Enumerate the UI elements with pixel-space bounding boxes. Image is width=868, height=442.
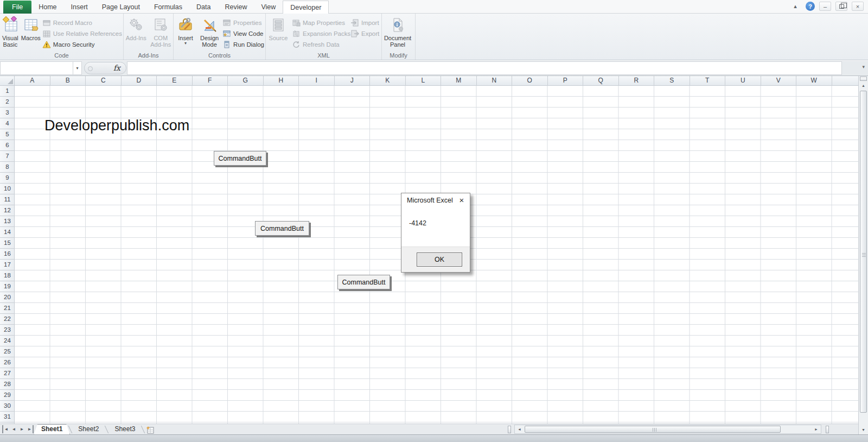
column-header-B[interactable]: B [50,76,86,86]
column-header-G[interactable]: G [228,76,264,86]
sheet-tab-sheet2[interactable]: Sheet2 [71,424,106,435]
tab-formulas[interactable]: Formulas [147,1,189,14]
insert-control-button[interactable]: Insert ▾ [174,15,197,45]
name-box-dropdown-icon[interactable]: ▾ [73,61,82,75]
horizontal-scrollbar[interactable]: ◄ ► [514,425,821,434]
row-header-13[interactable]: 13 [0,216,15,227]
document-panel-button[interactable]: Document Panel [382,15,413,48]
row-header-20[interactable]: 20 [0,292,15,303]
row-header-25[interactable]: 25 [0,346,15,357]
column-header-K[interactable]: K [370,76,406,86]
formula-bar-expand-icon[interactable]: ▾ [862,64,865,70]
row-header-29[interactable]: 29 [0,390,15,401]
row-header-9[interactable]: 9 [0,173,15,184]
tab-page-layout[interactable]: Page Layout [95,1,147,14]
column-header-W[interactable]: W [796,76,832,86]
dialog-ok-button[interactable]: OK [417,252,462,267]
row-header-4[interactable]: 4 [0,118,15,129]
command-button-1[interactable]: CommandButt [214,151,266,166]
com-addins-button[interactable]: COM Add-Ins [149,15,173,48]
column-header-T[interactable]: T [690,76,726,86]
row-header-22[interactable]: 22 [0,314,15,325]
tab-insert[interactable]: Insert [64,1,95,14]
column-header-U[interactable]: U [725,76,761,86]
column-header-P[interactable]: P [548,76,584,86]
column-header-C[interactable]: C [86,76,122,86]
column-header-D[interactable]: D [122,76,157,86]
previous-sheet-icon[interactable]: ◄ [10,425,17,433]
next-sheet-icon[interactable]: ► [18,425,25,433]
column-header-R[interactable]: R [619,76,655,86]
refresh-data-button[interactable]: Refresh Data [292,40,348,49]
row-header-30[interactable]: 30 [0,401,15,412]
horizontal-scroll-thumb[interactable] [525,426,781,433]
row-header-8[interactable]: 8 [0,162,15,173]
restore-button[interactable] [835,2,847,11]
row-header-10[interactable]: 10 [0,184,15,194]
view-code-button[interactable]: View Code [222,29,264,39]
row-header-18[interactable]: 18 [0,270,15,281]
sheet-tab-sheet3[interactable]: Sheet3 [107,424,143,435]
import-button[interactable]: Import [350,18,379,28]
help-icon[interactable]: ? [806,2,815,11]
column-header-V[interactable]: V [761,76,797,86]
row-header-26[interactable]: 26 [0,357,15,368]
row-header-11[interactable]: 11 [0,194,15,205]
export-button[interactable]: Export [350,29,379,39]
minimize-button[interactable]: – [819,2,831,11]
row-header-2[interactable]: 2 [0,97,15,108]
insert-worksheet-button[interactable] [143,424,157,435]
tab-data[interactable]: Data [189,1,218,14]
vertical-split-handle[interactable] [860,77,867,81]
row-header-3[interactable]: 3 [0,108,15,118]
row-header-27[interactable]: 27 [0,368,15,379]
column-header-M[interactable]: M [441,76,477,86]
tab-home[interactable]: Home [31,1,63,14]
horizontal-split-handle[interactable] [826,426,829,433]
command-button-2[interactable]: CommandButt [255,221,309,236]
last-sheet-icon[interactable]: ► [27,425,34,433]
formula-input[interactable] [127,61,842,75]
row-header-16[interactable]: 16 [0,249,15,260]
scroll-down-icon[interactable]: ▼ [859,426,867,434]
tab-scrollbar-split-handle[interactable] [508,426,511,433]
column-header-I[interactable]: I [299,76,335,86]
scroll-left-icon[interactable]: ◄ [515,426,524,433]
scroll-up-icon[interactable]: ▲ [859,81,867,90]
column-header-S[interactable]: S [654,76,690,86]
row-header-14[interactable]: 14 [0,227,15,238]
tab-review[interactable]: Review [218,1,254,14]
map-properties-button[interactable]: Map Properties [292,18,348,28]
row-header-6[interactable]: 6 [0,140,15,151]
record-macro-button[interactable]: Record Macro [42,18,122,28]
first-sheet-icon[interactable]: ◄ [2,425,9,433]
use-relative-references-button[interactable]: Use Relative References [42,29,122,39]
select-all-corner[interactable] [0,76,15,86]
insert-function-area[interactable]: fx [84,62,126,74]
dialog-close-icon[interactable]: × [456,194,468,205]
fx-icon[interactable]: fx [113,64,120,72]
row-header-21[interactable]: 21 [0,303,15,314]
row-header-19[interactable]: 19 [0,281,15,292]
insert-dropdown-icon[interactable]: ▾ [184,41,187,45]
row-header-24[interactable]: 24 [0,336,15,346]
row-header-1[interactable]: 1 [0,86,15,97]
row-header-17[interactable]: 17 [0,260,15,270]
row-header-28[interactable]: 28 [0,379,15,390]
visual-basic-button[interactable]: Visual Basic [1,15,20,48]
close-button[interactable]: × [852,2,864,11]
tab-view[interactable]: View [254,1,283,14]
column-header-H[interactable]: H [264,76,299,86]
run-dialog-button[interactable]: Run Dialog [222,40,264,49]
column-header-J[interactable]: J [335,76,371,86]
expansion-packs-button[interactable]: Expansion Packs [292,29,348,39]
design-mode-button[interactable]: Design Mode [198,15,221,48]
tab-developer[interactable]: Developer [283,1,329,14]
macros-button[interactable]: Macros [21,15,41,41]
collapse-ribbon-icon[interactable]: ▴ [789,2,801,11]
addins-button[interactable]: Add-Ins [124,15,148,41]
column-header-A[interactable]: A [15,76,50,86]
vertical-scroll-thumb[interactable] [860,91,867,413]
row-header-5[interactable]: 5 [0,129,15,140]
sheet-tab-sheet1[interactable]: Sheet1 [34,424,70,435]
